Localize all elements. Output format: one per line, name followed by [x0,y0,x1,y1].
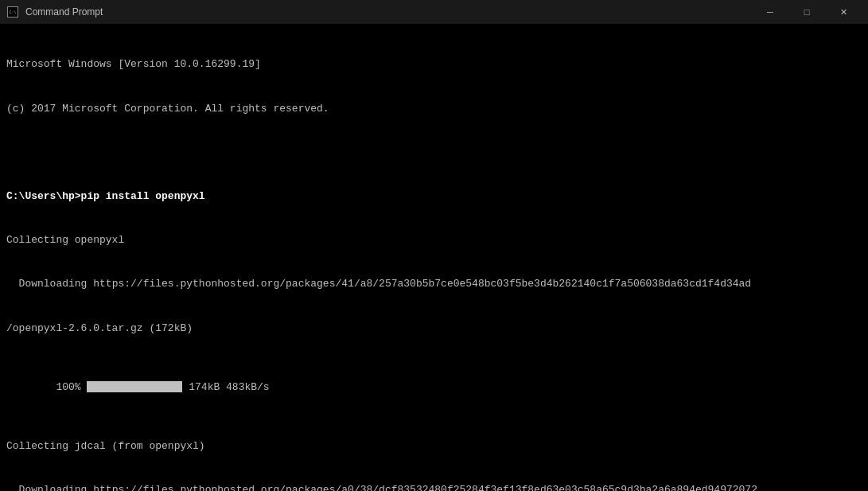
cmd-icon-graphic [7,6,18,18]
titlebar-left: Command Prompt [6,6,103,18]
progress-bar-fill [87,381,182,392]
line-1: Microsoft Windows [Version 10.0.16299.19… [6,57,862,72]
line-3 [6,146,862,161]
line-collecting-openpyxl: Collecting openpyxl [6,233,862,248]
line-progress: 100% 174kB 483kB/s [6,365,862,411]
line-downloading-2: Downloading https://files.pythonhosted.o… [6,483,862,491]
titlebar: Command Prompt ─ □ ✕ [0,0,868,24]
terminal-body[interactable]: Microsoft Windows [Version 10.0.16299.19… [0,24,868,491]
progress-percent: 100% [44,381,88,393]
line-downloading-1: Downloading https://files.pythonhosted.o… [6,277,862,292]
line-command: C:\Users\hp>pip install openpyxl [6,189,862,205]
progress-info: 174kB 483kB/s [182,381,269,393]
line-2: (c) 2017 Microsoft Corporation. All righ… [6,102,862,117]
app-icon [6,6,19,18]
window: Command Prompt ─ □ ✕ Microsoft Windows [… [0,0,868,491]
window-title: Command Prompt [25,6,103,18]
minimize-button[interactable]: ─ [752,0,788,24]
titlebar-controls: ─ □ ✕ [752,0,862,24]
close-button[interactable]: ✕ [825,0,862,24]
restore-button[interactable]: □ [788,0,825,24]
line-downloading-1b: /openpyxl-2.6.0.tar.gz (172kB) [6,321,862,337]
line-collecting-jdcal: Collecting jdcal (from openpyxl) [6,439,862,454]
